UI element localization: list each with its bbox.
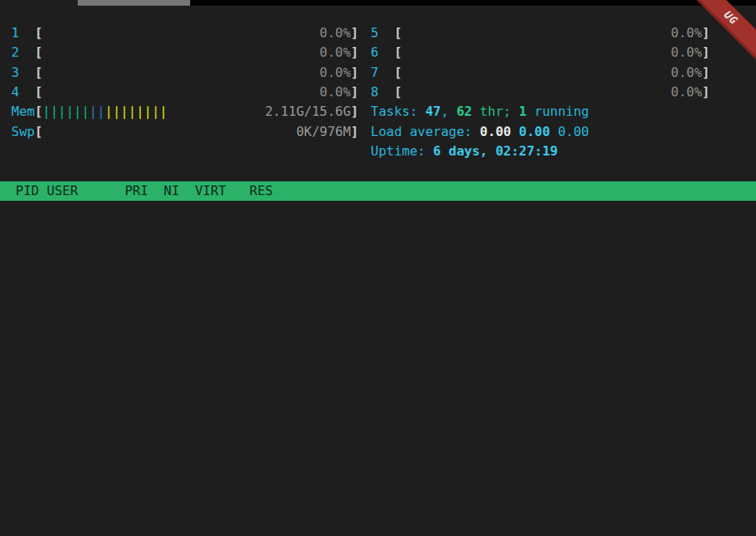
cpu-meter-label: 1 bbox=[11, 23, 35, 43]
cpu-meter-bar bbox=[43, 63, 320, 83]
cpu-meter-3: 3[0.0%] bbox=[11, 63, 359, 83]
cpu-meter-label: 6 bbox=[371, 43, 394, 62]
swap-label: Swp bbox=[11, 122, 35, 142]
swap-value: 0K/976M bbox=[296, 122, 350, 142]
mem-bar-green: |||||| bbox=[43, 104, 90, 119]
cpu-meter-bar bbox=[43, 43, 320, 62]
cpu-meter-2: 2[0.0%] bbox=[11, 43, 359, 62]
cpu-meter-label: 3 bbox=[11, 63, 35, 83]
column-header-user[interactable]: USER bbox=[47, 183, 117, 198]
cpu-meter-5: 5[0.0%] bbox=[371, 23, 710, 43]
cpu-meter-value: 0.0% bbox=[671, 83, 703, 102]
cpu-meter-4: 4[0.0%] bbox=[11, 83, 359, 102]
cpu-meter-label: 7 bbox=[371, 63, 394, 83]
cpu-meter-bar bbox=[402, 83, 671, 102]
load-15min: 0.00 bbox=[558, 124, 589, 139]
load-1min: 0.00 bbox=[480, 124, 512, 139]
function-key-bar bbox=[0, 517, 756, 536]
htop-terminal: UG 1[0.0%]2[0.0%]3[0.0%]4[0.0%] Mem[||||… bbox=[0, 0, 756, 536]
cpu-meters-left: 1[0.0%]2[0.0%]3[0.0%]4[0.0%] bbox=[11, 23, 359, 102]
cpu-meter-value: 0.0% bbox=[320, 63, 351, 83]
swap-bar bbox=[43, 122, 296, 142]
cpu-meter-6: 6[0.0%] bbox=[371, 43, 710, 62]
memory-label: Mem bbox=[11, 102, 35, 121]
cpu-meter-value: 0.0% bbox=[320, 83, 351, 102]
cpu-meter-value: 0.0% bbox=[671, 63, 703, 83]
load-average-line: Load average: 0.00 0.00 0.00 bbox=[371, 122, 710, 142]
cpu-meter-bar bbox=[43, 23, 320, 43]
cpu-meter-1: 1[0.0%] bbox=[11, 23, 359, 43]
cpu-meter-label: 4 bbox=[11, 83, 35, 102]
cpu-meter-7: 7[0.0%] bbox=[371, 63, 710, 83]
uptime-line: Uptime: 6 days, 02:27:19 bbox=[371, 142, 710, 161]
cpu-meter-8: 8[0.0%] bbox=[371, 83, 710, 102]
table-header-row[interactable]: PID USER PRI NI VIRT RES bbox=[0, 181, 756, 201]
column-header-res[interactable]: RES bbox=[234, 183, 273, 198]
cpu-meter-bar bbox=[43, 83, 320, 102]
mem-bar-yellow: |||||||| bbox=[105, 104, 168, 119]
column-header-pid[interactable]: PID bbox=[0, 183, 39, 198]
memory-meter: Mem[||||||||||||||||2.11G/15.6G] bbox=[11, 102, 359, 121]
cpu-meter-bar bbox=[402, 23, 671, 43]
cpu-meter-label: 2 bbox=[11, 43, 35, 62]
window-drag-handle[interactable] bbox=[78, 0, 190, 6]
cpu-meter-value: 0.0% bbox=[320, 43, 351, 62]
cpu-meter-value: 0.0% bbox=[671, 43, 703, 62]
window-top-strip bbox=[0, 0, 756, 6]
cpu-meter-bar bbox=[402, 43, 671, 62]
mem-bar-blue: || bbox=[89, 104, 104, 119]
swap-meter: Swp[0K/976M] bbox=[11, 122, 359, 142]
top-strip-black-segment bbox=[190, 0, 756, 6]
debug-ribbon-label: UG bbox=[722, 8, 741, 27]
running-count: 1 bbox=[519, 104, 527, 119]
column-header-pri[interactable]: PRI bbox=[125, 183, 148, 198]
threads-count: 62 bbox=[457, 104, 472, 119]
cpu-meter-bar bbox=[402, 63, 671, 83]
tasks-line: Tasks: 47, 62 thr; 1 running bbox=[371, 102, 710, 121]
column-header-virt[interactable]: VIRT bbox=[187, 183, 226, 198]
cpu-meters-right: 5[0.0%]6[0.0%]7[0.0%]8[0.0%] bbox=[371, 23, 710, 102]
cpu-meter-label: 8 bbox=[371, 83, 394, 102]
memory-bar: |||||||||||||||| bbox=[43, 102, 265, 121]
process-table: PID USER PRI NI VIRT RES bbox=[0, 181, 756, 201]
memory-value: 2.11G/15.6G bbox=[265, 102, 350, 121]
cpu-meter-value: 0.0% bbox=[320, 23, 351, 43]
uptime-value: 6 days, 02:27:19 bbox=[433, 143, 558, 159]
cpu-meter-label: 5 bbox=[371, 23, 394, 43]
cpu-meter-value: 0.0% bbox=[671, 23, 703, 43]
tasks-count: 47 bbox=[425, 104, 440, 119]
column-header-ni[interactable]: NI bbox=[156, 183, 180, 198]
load-5min: 0.00 bbox=[519, 124, 550, 139]
